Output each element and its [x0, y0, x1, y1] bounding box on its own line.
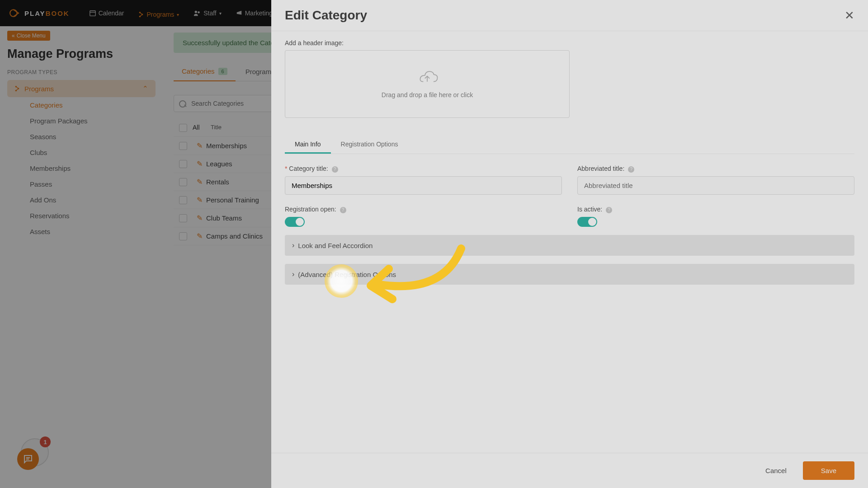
is-active-label: Is active: ?: [577, 206, 854, 213]
help-icon[interactable]: ?: [606, 207, 612, 213]
tab-registration-options[interactable]: Registration Options: [331, 136, 408, 154]
chevron-right-icon: ›: [292, 270, 294, 278]
abbrev-input[interactable]: [577, 176, 854, 195]
cancel-button[interactable]: Cancel: [757, 461, 795, 480]
modal-title: Edit Category: [285, 8, 367, 23]
form-row: Registration open: ? Is active: ?: [285, 206, 854, 227]
reg-open-toggle[interactable]: [285, 217, 305, 227]
dropzone-text: Drag and drop a file here or click: [382, 91, 473, 99]
category-title-label: * Category title: ?: [285, 165, 562, 173]
reg-open-field: Registration open: ?: [285, 206, 562, 227]
category-title-input[interactable]: [285, 176, 562, 195]
chevron-right-icon: ›: [292, 241, 294, 249]
form-row: * Category title: ? Abbreviated title: ?: [285, 165, 854, 195]
modal-footer: Cancel Save: [271, 453, 868, 488]
help-icon[interactable]: ?: [628, 166, 634, 173]
is-active-toggle[interactable]: [577, 217, 597, 227]
save-button[interactable]: Save: [803, 461, 854, 480]
help-icon[interactable]: ?: [340, 207, 346, 213]
abbrev-field: Abbreviated title: ?: [577, 165, 854, 195]
modal-tabs: Main Info Registration Options: [285, 136, 854, 154]
abbrev-label: Abbreviated title: ?: [577, 165, 854, 173]
category-title-field: * Category title: ?: [285, 165, 562, 195]
header-image-label: Add a header image:: [285, 39, 854, 47]
cloud-upload-icon: [415, 70, 439, 86]
modal-body: Add a header image: Drag and drop a file…: [271, 31, 868, 453]
is-active-field: Is active: ?: [577, 206, 854, 227]
accordion-advanced-reg[interactable]: › (Advanced) Registration Options: [285, 264, 854, 285]
accordion-look-feel[interactable]: › Look and Feel Accordion: [285, 235, 854, 256]
help-icon[interactable]: ?: [332, 166, 338, 173]
modal-header: Edit Category ✕: [271, 0, 868, 31]
image-dropzone[interactable]: Drag and drop a file here or click: [285, 50, 570, 118]
reg-open-label: Registration open: ?: [285, 206, 562, 213]
edit-category-modal: Edit Category ✕ Add a header image: Drag…: [271, 0, 868, 488]
accordion-label: (Advanced) Registration Options: [298, 271, 396, 278]
accordion-label: Look and Feel Accordion: [298, 242, 373, 249]
close-button[interactable]: ✕: [844, 9, 854, 23]
tab-main-info[interactable]: Main Info: [285, 136, 331, 154]
